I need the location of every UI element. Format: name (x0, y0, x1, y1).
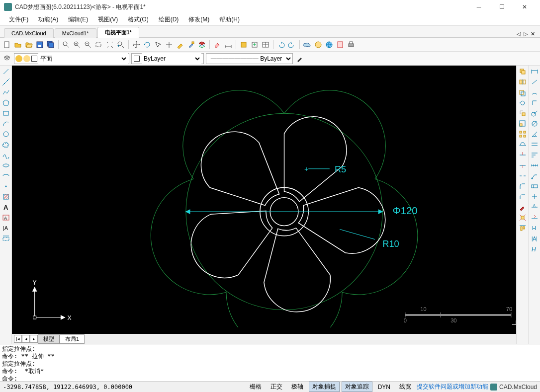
status-otrack[interactable]: 对象追踪 (342, 382, 372, 392)
tab-nav-right[interactable]: ▷ (523, 31, 529, 37)
pdf-icon[interactable] (335, 40, 345, 50)
menu-function[interactable]: 功能(A) (33, 14, 63, 25)
cloud-icon[interactable] (302, 40, 312, 50)
menu-file[interactable]: 文件(F) (4, 14, 33, 25)
saveall-icon[interactable] (46, 40, 56, 50)
erase-icon[interactable] (212, 40, 222, 50)
block-icon[interactable] (239, 40, 249, 50)
status-grid[interactable]: 栅格 (246, 382, 265, 392)
save-icon[interactable] (35, 40, 45, 50)
pick-plus-icon[interactable] (164, 40, 174, 50)
dim-ordinate-icon[interactable] (530, 98, 540, 108)
status-lweight[interactable]: 线宽 (396, 382, 415, 392)
polyline-icon[interactable] (1, 87, 11, 97)
extend-icon[interactable] (518, 160, 528, 170)
paint-brush-icon[interactable] (518, 202, 528, 212)
dim-style-icon[interactable]: H (530, 244, 540, 254)
align-icon[interactable] (518, 223, 528, 233)
dim-linear-icon[interactable] (530, 67, 540, 77)
mtext-icon[interactable]: A (1, 213, 11, 223)
offset-icon[interactable] (518, 87, 528, 97)
doc-tab[interactable]: MxCloud1* (55, 28, 96, 38)
zoom-in-icon[interactable] (72, 40, 82, 50)
dim-radius-icon[interactable] (530, 108, 540, 118)
array-icon[interactable] (518, 129, 528, 139)
dimension-style-icon[interactable] (223, 40, 233, 50)
tab-nav-left[interactable]: ◁ (516, 31, 522, 37)
circle-icon[interactable] (1, 129, 11, 139)
dim-angular-icon[interactable] (530, 129, 540, 139)
zoom-out-icon[interactable] (83, 40, 93, 50)
regen-icon[interactable] (142, 40, 152, 50)
zoom-extents-icon[interactable] (105, 40, 115, 50)
redo-icon[interactable] (287, 40, 297, 50)
text-icon[interactable]: A (1, 202, 11, 212)
hatch-icon[interactable] (1, 192, 11, 202)
layer-freeze-icon[interactable] (23, 55, 30, 62)
command-window[interactable]: 指定拉伸点: 命令: ** 拉伸 ** 指定拉伸点: 命令: *取消* 命令: (0, 344, 540, 381)
doc-tab[interactable]: 电视平面1* (97, 27, 139, 38)
polygon-icon[interactable] (1, 98, 11, 108)
linetype-select[interactable]: ———————— ByLayer (206, 53, 293, 64)
trim-icon[interactable] (518, 150, 528, 160)
rotate-icon[interactable] (518, 98, 528, 108)
dim-quick-icon[interactable] (530, 140, 540, 150)
stretch-icon[interactable] (518, 140, 528, 150)
leader-icon[interactable] (530, 171, 540, 181)
scale-icon[interactable] (518, 119, 528, 129)
status-polar[interactable]: 极轴 (288, 382, 307, 392)
layout-nav-prev[interactable]: ◂ (22, 335, 30, 343)
text-align-icon[interactable]: |A (1, 223, 11, 233)
brush-icon[interactable] (295, 54, 305, 64)
spline-icon[interactable] (1, 150, 11, 160)
menu-view[interactable]: 视图(V) (93, 14, 123, 25)
select-icon[interactable] (153, 40, 163, 50)
layer-lock-icon[interactable] (31, 56, 37, 62)
revision-cloud-icon[interactable] (1, 140, 11, 150)
layer-manager-icon[interactable] (2, 54, 12, 64)
layer-visibility-icon[interactable] (15, 55, 22, 62)
tolerance-icon[interactable] (530, 181, 540, 191)
insert-icon[interactable] (250, 40, 260, 50)
break-icon[interactable] (518, 171, 528, 181)
layout-tab-model[interactable]: 模型 (38, 334, 60, 344)
new-icon[interactable] (2, 40, 12, 50)
move-icon[interactable] (518, 108, 528, 118)
dim-text-edit-icon[interactable] (530, 213, 540, 223)
dim-edit-icon[interactable]: A (530, 202, 540, 212)
print-icon[interactable] (346, 40, 356, 50)
layers-icon[interactable] (197, 40, 207, 50)
open-folder-icon[interactable] (24, 40, 34, 50)
status-osnap[interactable]: 对象捕捉 (309, 382, 340, 392)
fillet-icon[interactable] (518, 181, 528, 191)
menu-draw[interactable]: 绘图(D) (154, 14, 184, 25)
text-override-icon[interactable]: |A| (530, 234, 540, 243)
dim-continue-icon[interactable] (530, 160, 540, 170)
dim-update-icon[interactable]: H (530, 223, 540, 233)
chamfer-icon[interactable] (518, 192, 528, 202)
dim-arc-icon[interactable] (530, 87, 540, 97)
explode-icon[interactable] (518, 213, 528, 223)
dim-diameter-icon[interactable] (530, 119, 540, 129)
properties-icon[interactable] (175, 40, 185, 50)
undo-icon[interactable] (276, 40, 286, 50)
ellipse-arc-icon[interactable] (1, 171, 11, 181)
browser-icon[interactable] (313, 40, 323, 50)
close-button[interactable]: ✕ (513, 0, 536, 14)
arc-icon[interactable] (1, 119, 11, 129)
menu-help[interactable]: 帮助(H) (214, 14, 245, 25)
maximize-button[interactable]: ☐ (490, 0, 513, 14)
tab-nav-close[interactable]: ✕ (530, 31, 536, 37)
pan-icon[interactable] (131, 40, 141, 50)
layout-nav-first[interactable]: |◂ (14, 335, 22, 343)
drawing-canvas[interactable]: Φ120 R5 + R10 X Y (12, 66, 516, 334)
rectangle-icon[interactable] (1, 108, 11, 118)
zoom-previous-icon[interactable] (116, 40, 126, 50)
layout-tab-layout1[interactable]: 布局1 (60, 334, 85, 344)
dim-aligned-icon[interactable] (530, 77, 540, 87)
copy-icon[interactable] (518, 67, 528, 77)
layout-nav-next[interactable]: ▸ (30, 335, 38, 343)
color-select[interactable]: ByLayer (142, 53, 201, 64)
ellipse-icon[interactable] (1, 160, 11, 170)
menu-format[interactable]: 格式(O) (123, 14, 153, 25)
